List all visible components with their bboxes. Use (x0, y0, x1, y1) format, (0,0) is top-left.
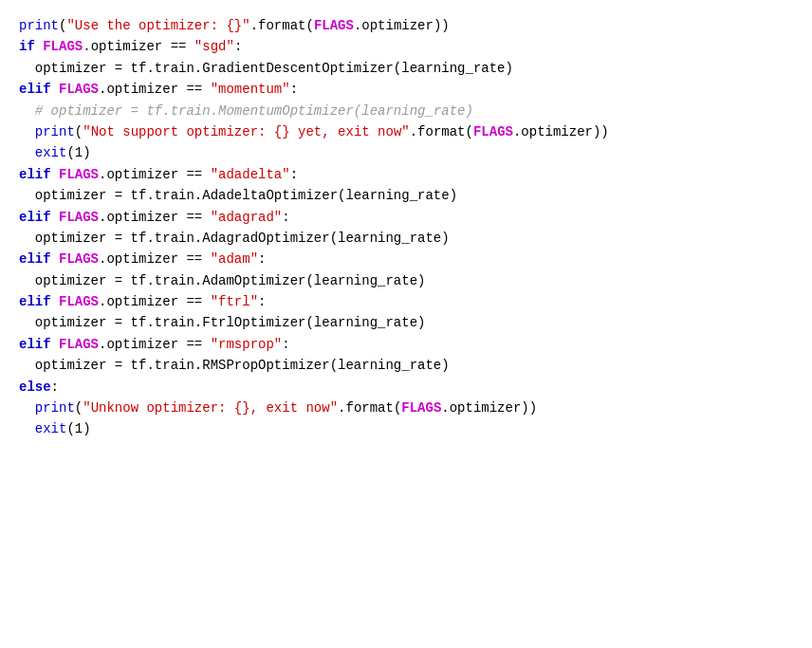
code-line-9: optimizer = tf.train.AdadeltaOptimizer(l… (19, 185, 793, 206)
code-line-3: optimizer = tf.train.GradientDescentOpti… (19, 58, 793, 79)
code-line-1: print("Use the optimizer: {}".format(FLA… (19, 15, 793, 36)
code-line-15: optimizer = tf.train.FtrlOptimizer(learn… (19, 312, 793, 333)
code-line-8: elif FLAGS.optimizer == "adadelta": (19, 164, 793, 185)
code-editor: print("Use the optimizer: {}".format(FLA… (0, 0, 812, 648)
code-line-5: # optimizer = tf.train.MomentumOptimizer… (19, 101, 793, 121)
code-line-14: elif FLAGS.optimizer == "ftrl": (19, 291, 793, 312)
code-line-12: elif FLAGS.optimizer == "adam": (19, 249, 793, 269)
code-line-20: exit(1) (19, 418, 793, 439)
code-line-7: exit(1) (19, 142, 793, 163)
code-line-16: elif FLAGS.optimizer == "rmsprop": (19, 334, 793, 355)
code-line-2: if FLAGS.optimizer == "sgd": (19, 36, 793, 57)
code-line-13: optimizer = tf.train.AdamOptimizer(learn… (19, 270, 793, 291)
code-line-18: else: (19, 377, 793, 398)
code-line-6: print("Not support optimizer: {} yet, ex… (19, 121, 793, 142)
code-line-17: optimizer = tf.train.RMSPropOptimizer(le… (19, 355, 793, 376)
code-line-4: elif FLAGS.optimizer == "momentum": (19, 79, 793, 100)
code-line-11: optimizer = tf.train.AdagradOptimizer(le… (19, 228, 793, 249)
code-line-10: elif FLAGS.optimizer == "adagrad": (19, 207, 793, 228)
code-line-19: print("Unknow optimizer: {}, exit now".f… (19, 398, 793, 418)
